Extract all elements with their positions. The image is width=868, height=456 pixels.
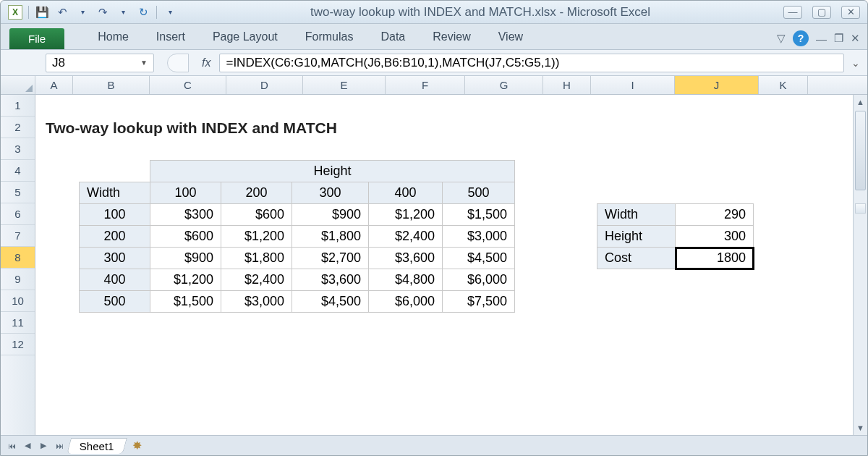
cell[interactable]: $600	[221, 204, 292, 226]
undo-icon[interactable]: ↶	[55, 5, 69, 20]
col-header-j[interactable]: J	[675, 76, 759, 94]
excel-icon[interactable]: X	[8, 5, 22, 20]
ribbon-minimize-icon[interactable]: ▽	[777, 32, 786, 45]
cell[interactable]: $3,600	[292, 269, 369, 291]
tab-formulas[interactable]: Formulas	[304, 26, 355, 49]
cell[interactable]: $1,200	[221, 226, 292, 248]
cell[interactable]: $1,200	[150, 269, 221, 291]
name-box[interactable]: J8 ▼	[46, 54, 154, 72]
cell[interactable]: $7,500	[443, 291, 515, 313]
row-header-4[interactable]: 4	[1, 160, 35, 182]
col-header-c[interactable]: C	[150, 76, 226, 94]
cell[interactable]: $4,800	[369, 269, 443, 291]
row-header-6[interactable]: 6	[1, 203, 35, 225]
col-header-a[interactable]: A	[35, 76, 73, 94]
cell[interactable]: $2,400	[369, 226, 443, 248]
col-header-d[interactable]: D	[226, 76, 303, 94]
row-header-7[interactable]: 7	[1, 225, 35, 247]
row-header-11[interactable]: 11	[1, 312, 35, 334]
qat-customize-icon[interactable]: ▾	[163, 5, 177, 20]
sheet-tab-1[interactable]: Sheet1	[67, 438, 127, 454]
cell[interactable]: $4,500	[443, 248, 515, 269]
row-header-5[interactable]: 5	[1, 182, 35, 203]
cell-grid[interactable]: Two-way lookup with INDEX and MATCH Heig…	[35, 95, 867, 435]
sheet-nav-last-icon[interactable]: ⏭	[53, 439, 66, 452]
active-cell-j8[interactable]: 1800	[676, 248, 754, 269]
cell[interactable]: $3,600	[369, 248, 443, 269]
sheet-nav-first-icon[interactable]: ⏮	[5, 439, 18, 452]
cell[interactable]: $6,000	[369, 291, 443, 313]
window-title: two-way lookup with INDEX and MATCH.xlsx…	[182, 5, 779, 20]
divider	[28, 6, 29, 19]
formula-input[interactable]: =INDEX(C6:G10,MATCH(J6,B6:B10,1),MATCH(J…	[219, 54, 844, 72]
scroll-up-icon[interactable]: ▲	[854, 95, 867, 109]
scroll-thumb[interactable]	[855, 111, 866, 190]
name-box-value: J8	[52, 56, 65, 70]
col-header-f[interactable]: F	[386, 76, 465, 94]
sheet-nav-prev-icon[interactable]: ◀	[21, 439, 34, 452]
help-icon[interactable]: ?	[793, 30, 809, 46]
col-header-b[interactable]: B	[73, 76, 150, 94]
cell[interactable]: $2,700	[292, 248, 369, 269]
file-tab[interactable]: File	[9, 28, 64, 49]
select-all-corner[interactable]	[1, 76, 35, 94]
new-sheet-icon[interactable]: ✸	[132, 439, 142, 452]
redo-dropdown-icon[interactable]: ▾	[116, 5, 130, 20]
formula-expand-icon[interactable]: ⌄	[848, 57, 863, 69]
cell[interactable]: $3,000	[443, 226, 515, 248]
tab-review[interactable]: Review	[431, 26, 472, 49]
tab-data[interactable]: Data	[379, 26, 407, 49]
col-head: 500	[443, 182, 515, 204]
col-header-i[interactable]: I	[591, 76, 675, 94]
workbook-close-icon[interactable]: ✕	[851, 32, 860, 45]
lookup-width-value[interactable]: 290	[676, 204, 754, 226]
scroll-down-icon[interactable]: ▼	[854, 421, 867, 435]
workbook-minimize-icon[interactable]: ―	[816, 33, 827, 45]
cell[interactable]: $900	[150, 248, 221, 269]
row-header-10[interactable]: 10	[1, 290, 35, 312]
cell[interactable]: $600	[150, 226, 221, 248]
tab-page-layout[interactable]: Page Layout	[211, 26, 279, 49]
tab-insert[interactable]: Insert	[155, 26, 187, 49]
maximize-button[interactable]: ▢	[812, 6, 831, 19]
cell[interactable]: $1,500	[443, 204, 515, 226]
refresh-icon[interactable]: ↻	[136, 5, 150, 20]
vertical-scrollbar[interactable]: ▲ ▼	[853, 95, 867, 435]
cell[interactable]: $2,400	[221, 269, 292, 291]
cell[interactable]: $1,800	[221, 248, 292, 269]
sheet-nav-next-icon[interactable]: ▶	[37, 439, 50, 452]
row-header-9[interactable]: 9	[1, 269, 35, 290]
row-header-2[interactable]: 2	[1, 117, 35, 138]
row-header-8[interactable]: 8	[1, 247, 35, 269]
cell[interactable]: $1,800	[292, 226, 369, 248]
minimize-button[interactable]: ―	[783, 6, 802, 19]
chevron-down-icon[interactable]: ▼	[140, 59, 148, 67]
cell[interactable]: $1,500	[150, 291, 221, 313]
cell[interactable]: $4,500	[292, 291, 369, 313]
col-header-h[interactable]: H	[543, 76, 591, 94]
redo-icon[interactable]: ↷	[95, 5, 110, 20]
cell[interactable]: $300	[150, 204, 221, 226]
cell[interactable]: $6,000	[443, 269, 515, 291]
fx-icon[interactable]: fx	[202, 56, 210, 69]
cell[interactable]: $3,000	[221, 291, 292, 313]
col-header-g[interactable]: G	[465, 76, 543, 94]
tab-view[interactable]: View	[497, 26, 524, 49]
cell[interactable]: $900	[292, 204, 369, 226]
cell[interactable]: $1,200	[369, 204, 443, 226]
save-icon[interactable]: 💾	[35, 5, 49, 20]
tab-home[interactable]: Home	[96, 26, 130, 49]
workbook-restore-icon[interactable]: ❐	[834, 32, 843, 45]
col-header-e[interactable]: E	[303, 76, 386, 94]
scroll-split[interactable]	[855, 203, 866, 214]
undo-dropdown-icon[interactable]: ▾	[75, 5, 90, 20]
formula-bar: J8 ▼ fx =INDEX(C6:G10,MATCH(J6,B6:B10,1)…	[1, 50, 867, 76]
row-header-3[interactable]: 3	[1, 138, 35, 160]
quick-access-toolbar: X 💾 ↶ ▾ ↷ ▾ ↻ ▾	[8, 5, 177, 20]
row-header-1[interactable]: 1	[1, 95, 35, 117]
row-header-12[interactable]: 12	[1, 334, 35, 355]
lookup-cost-label: Cost	[597, 248, 676, 269]
lookup-height-value[interactable]: 300	[676, 226, 754, 248]
col-header-k[interactable]: K	[759, 76, 808, 94]
close-button[interactable]: ✕	[841, 6, 860, 19]
